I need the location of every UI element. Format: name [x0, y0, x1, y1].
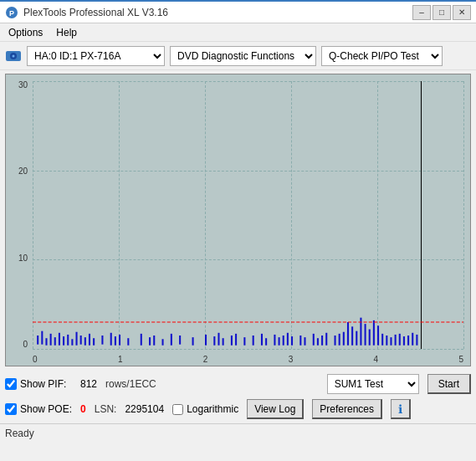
svg-rect-47: [304, 337, 305, 346]
status-text: Ready: [5, 428, 34, 439]
status-bar: Ready: [0, 423, 476, 442]
window-controls: – □ ✕: [412, 5, 471, 20]
svg-rect-28: [171, 334, 172, 346]
logarithmic-checkbox[interactable]: [172, 404, 183, 415]
close-button[interactable]: ✕: [453, 5, 471, 20]
svg-rect-60: [369, 330, 371, 346]
chart-plot-area: [33, 81, 463, 349]
logarithmic-checkbox-label[interactable]: Logarithmic: [172, 403, 238, 415]
test-select[interactable]: Q-Check PI/PO Test: [321, 46, 443, 66]
svg-text:P: P: [9, 9, 14, 18]
menu-help[interactable]: Help: [51, 25, 82, 40]
svg-rect-38: [253, 336, 254, 346]
svg-rect-37: [243, 337, 245, 346]
lsn-label: LSN:: [95, 403, 117, 415]
svg-rect-71: [416, 335, 417, 346]
plextools-icon: P: [5, 6, 18, 19]
svg-rect-39: [261, 334, 263, 346]
title-bar: P PlexTools Professional XL V3.16 – □ ✕: [0, 0, 476, 23]
show-poe-label: Show POE:: [20, 403, 72, 415]
show-pif-checkbox-label[interactable]: Show PIF:: [5, 378, 72, 390]
logarithmic-label: Logarithmic: [187, 403, 238, 415]
view-log-button[interactable]: View Log: [247, 399, 304, 419]
start-button[interactable]: Start: [427, 374, 471, 394]
maximize-button[interactable]: □: [432, 5, 451, 20]
y-label-20: 20: [18, 167, 28, 176]
svg-rect-21: [115, 336, 116, 346]
x-label-0: 0: [33, 355, 38, 364]
svg-rect-32: [213, 336, 215, 346]
svg-rect-63: [381, 334, 383, 346]
menu-options[interactable]: Options: [3, 25, 48, 40]
info-button[interactable]: ℹ: [391, 399, 411, 419]
lsn-value: 2295104: [125, 403, 164, 415]
svg-rect-56: [351, 326, 353, 345]
grid-line-h4: [33, 349, 463, 350]
grid-line-v6: [463, 81, 464, 349]
show-pif-checkbox[interactable]: [5, 378, 17, 390]
x-label-4: 4: [374, 355, 379, 364]
svg-rect-67: [399, 334, 401, 346]
x-label-2: 2: [203, 355, 208, 364]
svg-rect-33: [218, 333, 219, 346]
function-select[interactable]: DVD Diagnostic Functions: [170, 46, 316, 66]
svg-rect-19: [101, 336, 103, 345]
svg-rect-64: [386, 336, 387, 346]
svg-rect-50: [321, 336, 323, 346]
bottom-row-2: Show POE: 0 LSN: 2295104 Logarithmic Vie…: [5, 398, 471, 420]
drive-icon: [5, 48, 22, 64]
x-axis: 0 1 2 3 4 5: [33, 355, 463, 364]
svg-rect-22: [119, 335, 120, 346]
show-poe-checkbox[interactable]: [5, 403, 17, 415]
svg-rect-40: [265, 338, 267, 346]
svg-rect-9: [54, 337, 56, 346]
app-title: PlexTools Professional XL V3.16: [23, 7, 168, 18]
svg-rect-59: [365, 324, 366, 346]
info-icon: ℹ: [398, 402, 402, 416]
svg-rect-7: [45, 338, 47, 346]
svg-rect-16: [84, 337, 86, 346]
svg-rect-31: [205, 335, 207, 346]
svg-rect-36: [235, 334, 237, 346]
svg-rect-17: [89, 334, 90, 346]
y-label-30: 30: [18, 81, 28, 90]
y-label-10: 10: [18, 254, 28, 263]
svg-rect-24: [141, 334, 142, 346]
bottom-row-1: Show PIF: 812 rows/1ECC SUM1 TestSUM8 Te…: [5, 373, 471, 395]
y-axis: 30 20 10 0: [6, 81, 31, 349]
svg-rect-23: [127, 338, 129, 346]
sum-test-select[interactable]: SUM1 TestSUM8 Test: [327, 374, 419, 394]
svg-rect-45: [291, 336, 293, 346]
svg-rect-15: [80, 336, 82, 345]
chart-svg: [33, 81, 463, 349]
svg-rect-35: [231, 336, 233, 346]
drive-select[interactable]: HA:0 ID:1 PX-716A: [27, 46, 165, 66]
svg-rect-54: [343, 332, 345, 346]
svg-rect-29: [179, 336, 181, 345]
svg-rect-65: [390, 337, 392, 346]
svg-rect-53: [339, 334, 340, 346]
menu-bar: Options Help: [0, 23, 476, 42]
svg-rect-41: [274, 335, 275, 346]
svg-rect-14: [76, 332, 78, 346]
svg-rect-70: [412, 333, 413, 346]
svg-rect-55: [347, 322, 349, 346]
toolbar: HA:0 ID:1 PX-716A DVD Diagnostic Functio…: [0, 42, 476, 70]
x-label-1: 1: [118, 355, 123, 364]
svg-rect-26: [153, 336, 155, 346]
svg-rect-5: [37, 336, 38, 345]
y-label-0: 0: [23, 341, 28, 349]
svg-rect-18: [93, 338, 95, 346]
show-poe-checkbox-label[interactable]: Show POE:: [5, 403, 72, 415]
svg-rect-61: [373, 320, 375, 346]
title-bar-left: P PlexTools Professional XL V3.16: [5, 6, 168, 19]
svg-rect-8: [50, 334, 52, 346]
svg-rect-46: [299, 336, 301, 346]
svg-rect-62: [377, 325, 379, 345]
chart-container: 30 20 10 0: [5, 74, 471, 366]
show-pif-label: Show PIF:: [20, 378, 66, 390]
svg-rect-6: [41, 331, 43, 345]
svg-rect-42: [279, 337, 280, 346]
preferences-button[interactable]: Preferences: [312, 399, 382, 419]
minimize-button[interactable]: –: [412, 5, 431, 20]
